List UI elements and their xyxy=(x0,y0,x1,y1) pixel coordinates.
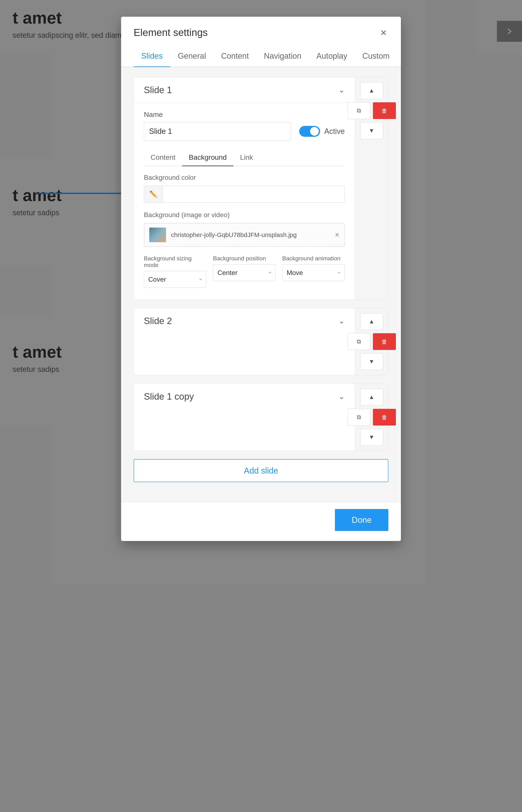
slide-1-copy-chevron: ⌄ xyxy=(339,392,345,401)
slide-2-chevron: ⌄ xyxy=(339,317,345,325)
active-toggle-wrapper: Active xyxy=(299,126,345,137)
tab-navigation[interactable]: Navigation xyxy=(256,46,309,67)
sizing-select-group: Background sizing mode Cover Contain Aut… xyxy=(144,255,206,288)
slide-1-copy-move-down-button[interactable]: ▼ xyxy=(360,429,383,446)
bg-color-label: Background color xyxy=(144,174,345,181)
modal-header: Element settings × xyxy=(121,17,401,46)
slide-1-move-down-button[interactable]: ▼ xyxy=(360,122,383,139)
modal-footer: Done xyxy=(121,502,401,541)
color-swatch-btn[interactable]: ✏️ xyxy=(144,186,163,203)
sub-tab-link[interactable]: Link xyxy=(234,149,260,166)
slide-2-header[interactable]: Slide 2 ⌄ xyxy=(134,308,355,334)
slide-1-chevron: ⌄ xyxy=(339,86,345,94)
tabs-bar: Slides General Content Navigation Autopl… xyxy=(121,46,401,67)
tab-autoplay[interactable]: Autoplay xyxy=(309,46,355,67)
slide-1-delete-button[interactable]: 🗑 xyxy=(373,102,396,119)
tab-general[interactable]: General xyxy=(170,46,214,67)
position-select-group: Background position Center Top Bottom Le… xyxy=(213,255,276,288)
close-button[interactable]: × xyxy=(379,27,388,38)
slide-2-delete-button[interactable]: 🗑 xyxy=(373,333,396,350)
add-slide-button[interactable]: Add slide xyxy=(134,459,388,482)
slide-1-side-controls: ▲ ⧉ 🗑 ▼ xyxy=(355,77,388,299)
color-picker-row: ✏️ xyxy=(144,186,345,203)
slide-1-name-input[interactable] xyxy=(144,122,291,141)
modal-overlay: Element settings × Slides General Conten… xyxy=(0,0,522,812)
slide-1-copy-button[interactable]: ⧉ xyxy=(347,102,370,119)
slide-1-copy-card: Slide 1 copy ⌄ ▲ ⧉ 🗑 ▼ xyxy=(134,384,388,451)
image-thumbnail xyxy=(149,228,166,242)
bg-media-label: Background (image or video) xyxy=(144,211,345,219)
slide-1-sub-tabs: Content Background Link xyxy=(144,149,345,166)
slide-1-main: Slide 1 ⌄ Name xyxy=(134,77,355,299)
slide-2-copy-button[interactable]: ⧉ xyxy=(347,333,370,350)
name-field-label: Name xyxy=(144,110,345,119)
color-text-input[interactable] xyxy=(163,186,344,203)
animation-select-group: Background animation Move None Zoom xyxy=(282,255,345,288)
slide-2-move-up-button[interactable]: ▲ xyxy=(360,313,383,330)
slide-1-copy-header[interactable]: Slide 1 copy ⌄ xyxy=(134,384,355,409)
image-upload-area[interactable]: christopher-jolly-GqbU78bdJFM-unsplash.j… xyxy=(144,223,345,247)
slide-1-copy-delete-button[interactable]: 🗑 xyxy=(373,409,396,426)
slide-1-copy-move-up-button[interactable]: ▲ xyxy=(360,389,383,405)
sizing-label: Background sizing mode xyxy=(144,255,206,268)
slide-1-move-up-button[interactable]: ▲ xyxy=(360,82,383,99)
image-filename: christopher-jolly-GqbU78bdJFM-unsplash.j… xyxy=(171,231,330,239)
slide-1-title: Slide 1 xyxy=(144,85,172,95)
active-toggle[interactable] xyxy=(299,126,320,137)
position-label: Background position xyxy=(213,255,276,262)
tab-slides[interactable]: Slides xyxy=(134,46,170,67)
slide-1-header[interactable]: Slide 1 ⌄ xyxy=(134,77,355,103)
sizing-select[interactable]: Cover Contain Auto xyxy=(144,271,206,288)
image-remove-button[interactable]: × xyxy=(335,230,339,239)
slide-2-main: Slide 2 ⌄ xyxy=(134,308,355,375)
tab-content[interactable]: Content xyxy=(214,46,256,67)
slide-1-copy-title: Slide 1 copy xyxy=(144,391,194,402)
element-settings-modal: Element settings × Slides General Conten… xyxy=(121,17,401,541)
position-select[interactable]: Center Top Bottom Left Right xyxy=(213,264,276,281)
slide-1-card: Slide 1 ⌄ Name xyxy=(134,77,388,300)
tab-custom[interactable]: Custom xyxy=(355,46,397,67)
name-field-row: Active xyxy=(144,122,345,141)
active-toggle-label: Active xyxy=(324,127,345,136)
slide-2-side-controls: ▲ ⧉ 🗑 ▼ xyxy=(355,308,388,375)
animation-label: Background animation xyxy=(282,255,345,262)
animation-select[interactable]: Move None Zoom xyxy=(282,264,345,281)
slide-2-card: Slide 2 ⌄ ▲ ⧉ 🗑 ▼ xyxy=(134,308,388,375)
slide-1-copy-copy-button[interactable]: ⧉ xyxy=(347,409,370,426)
selects-row: Background sizing mode Cover Contain Aut… xyxy=(144,255,345,288)
sub-tab-content[interactable]: Content xyxy=(144,149,182,166)
modal-title: Element settings xyxy=(134,27,208,38)
color-swatch-icon: ✏️ xyxy=(149,190,158,198)
done-button[interactable]: Done xyxy=(335,509,388,531)
toggle-thumb xyxy=(310,127,319,136)
slide-2-title: Slide 2 xyxy=(144,316,172,326)
slide-1-copy-main: Slide 1 copy ⌄ xyxy=(134,384,355,451)
slide-2-move-down-button[interactable]: ▼ xyxy=(360,353,383,370)
slide-1-content: Name Active xyxy=(134,103,355,299)
sub-tab-background[interactable]: Background xyxy=(182,149,233,166)
modal-body: Slide 1 ⌄ Name xyxy=(121,67,401,502)
slide-1-copy-side-controls: ▲ ⧉ 🗑 ▼ xyxy=(355,384,388,451)
